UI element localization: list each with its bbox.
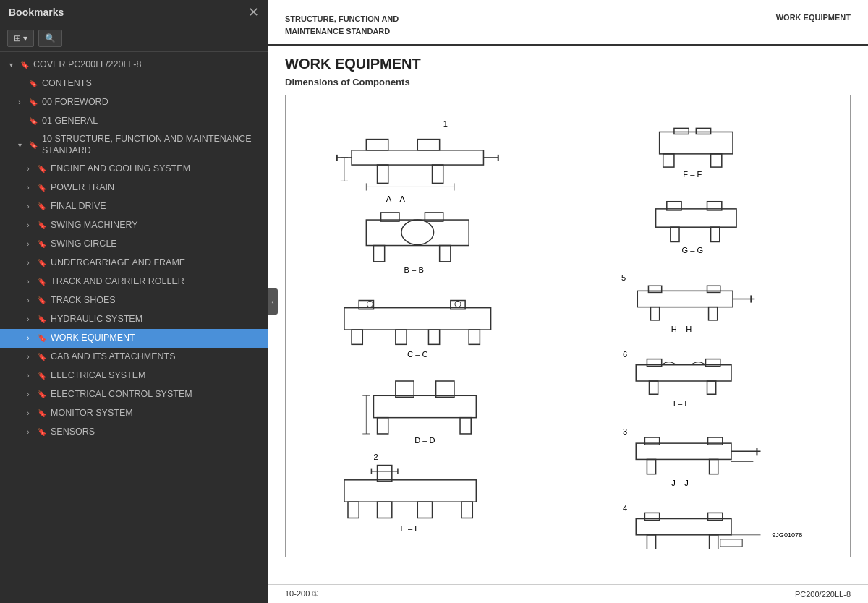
svg-rect-40 xyxy=(651,307,660,320)
svg-rect-5 xyxy=(433,165,443,183)
tree-item-swingcircle[interactable]: ›🔖SWING CIRCLE xyxy=(0,235,268,254)
chevron-icon: › xyxy=(23,353,33,361)
svg-rect-33 xyxy=(373,246,384,262)
bookmark-icon: 🔖 xyxy=(27,80,39,87)
svg-rect-97 xyxy=(710,535,718,549)
diagram-box: 1 xyxy=(285,95,851,557)
chevron-icon: › xyxy=(23,202,33,210)
bookmark-icon: 🔖 xyxy=(36,259,48,267)
chevron-icon: › xyxy=(23,184,33,192)
tree-item-label: UNDERCARRIAGE AND FRAME xyxy=(51,257,262,268)
svg-rect-66 xyxy=(460,418,471,434)
svg-rect-20 xyxy=(663,154,674,167)
tree-item-structure[interactable]: ▾🔖10 STRUCTURE, FUNCTION AND MAINTENANCE… xyxy=(0,130,268,160)
tree-item-hydraulic[interactable]: ›🔖HYDRAULIC SYSTEM xyxy=(0,310,268,329)
tree-item-label: MONITOR SYSTEM xyxy=(51,407,262,419)
bookmark-icon: 🔖 xyxy=(36,165,48,173)
tree-item-undercarriage[interactable]: ›🔖UNDERCARRIAGE AND FRAME xyxy=(0,254,268,273)
svg-rect-45 xyxy=(344,308,491,330)
tree-item-label: 01 GENERAL xyxy=(42,115,262,127)
collapse-panel-button[interactable]: ‹ xyxy=(268,288,278,315)
chevron-icon: › xyxy=(14,98,25,106)
bookmark-icon: 🔖 xyxy=(36,409,48,417)
tree-item-label: TRACK SHOES xyxy=(51,294,262,306)
bookmark-icon: 🔖 xyxy=(36,184,48,192)
tree-item-label: FINAL DRIVE xyxy=(51,200,262,212)
tree-item-eleccontrol[interactable]: ›🔖ELECTRICAL CONTROL SYSTEM xyxy=(0,385,268,404)
svg-text:4: 4 xyxy=(623,504,627,513)
svg-rect-19 xyxy=(696,128,710,134)
svg-rect-29 xyxy=(366,220,469,245)
svg-text:6: 6 xyxy=(623,350,627,359)
subsection-title: Dimensions of Components xyxy=(268,77,868,95)
svg-rect-37 xyxy=(637,291,733,307)
header-right: WORK EQUIPMENT xyxy=(776,13,851,22)
chevron-icon: › xyxy=(23,334,33,342)
header-line2: MAINTENANCE STANDARD xyxy=(285,25,399,38)
tree-item-label: POWER TRAIN xyxy=(51,181,262,193)
tree-item-label: ELECTRICAL SYSTEM xyxy=(51,369,262,381)
svg-rect-4 xyxy=(378,165,388,183)
svg-rect-59 xyxy=(649,381,658,394)
tree-item-label: WORK EQUIPMENT xyxy=(51,332,262,343)
tree-item-contents[interactable]: 🔖CONTENTS xyxy=(0,74,268,93)
tree-item-sensors[interactable]: ›🔖SENSORS xyxy=(0,423,268,442)
chevron-icon: › xyxy=(23,259,33,267)
search-button[interactable]: 🔍 xyxy=(38,30,62,47)
tree-item-swing[interactable]: ›🔖SWING MACHINERY xyxy=(0,216,268,235)
chevron-icon: › xyxy=(23,315,33,323)
tree-item-label: COVER PC200LL/220LL-8 xyxy=(33,59,262,70)
svg-rect-75 xyxy=(647,459,655,474)
close-bookmarks-button[interactable]: ✕ xyxy=(248,6,259,19)
tree-item-electrical[interactable]: ›🔖ELECTRICAL SYSTEM xyxy=(0,367,268,385)
bookmark-icon: 🔖 xyxy=(36,278,48,286)
svg-text:B – B: B – B xyxy=(404,265,424,274)
svg-rect-50 xyxy=(428,330,439,344)
bookmark-icon: 🔖 xyxy=(36,202,48,210)
svg-rect-98 xyxy=(720,539,742,547)
tree-item-engine[interactable]: ›🔖ENGINE AND COOLING SYSTEM xyxy=(0,160,268,179)
svg-text:1: 1 xyxy=(443,119,448,128)
svg-rect-87 xyxy=(461,502,472,518)
tree-item-monitor[interactable]: ›🔖MONITOR SYSTEM xyxy=(0,404,268,423)
svg-rect-48 xyxy=(352,330,362,344)
svg-rect-83 xyxy=(378,466,392,482)
svg-rect-63 xyxy=(396,381,414,397)
svg-text:E – E: E – E xyxy=(401,524,420,533)
svg-text:J – J: J – J xyxy=(671,479,689,487)
tree-item-label: TRACK AND CARRIER ROLLER xyxy=(51,275,262,287)
svg-rect-56 xyxy=(636,365,731,381)
bookmark-icon: 🔖 xyxy=(36,221,48,229)
header-left: STRUCTURE, FUNCTION AND MAINTENANCE STAN… xyxy=(285,13,399,37)
svg-rect-17 xyxy=(660,132,733,153)
tree-item-trackshoes[interactable]: ›🔖TRACK SHOES xyxy=(0,291,268,310)
footer-page: 10-200 ① xyxy=(285,589,319,599)
tree-item-general[interactable]: 🔖01 GENERAL xyxy=(0,111,268,130)
bookmark-icon: 🔖 xyxy=(36,334,48,342)
tree-item-label: HYDRAULIC SYSTEM xyxy=(51,313,262,325)
svg-rect-41 xyxy=(709,307,718,320)
svg-text:G – G: G – G xyxy=(681,246,703,255)
tree-item-cover[interactable]: ▾🔖COVER PC200LL/220LL-8 xyxy=(0,55,268,74)
footer-model: PC200/220LL-8 xyxy=(795,590,851,599)
bookmark-icon: 🔖 xyxy=(36,390,48,398)
svg-text:3: 3 xyxy=(623,427,627,436)
tree-item-foreword[interactable]: ›🔖00 FOREWORD xyxy=(0,93,268,111)
chevron-icon: › xyxy=(23,221,33,229)
tree-item-powertrain[interactable]: ›🔖POWER TRAIN xyxy=(0,179,268,197)
tree-item-cab[interactable]: ›🔖CAB AND ITS ATTACHMENTS xyxy=(0,348,268,367)
bookmark-icon: 🔖 xyxy=(36,372,48,380)
bookmarks-tree: ▾🔖COVER PC200LL/220LL-8🔖CONTENTS›🔖00 FOR… xyxy=(0,52,268,603)
bookmark-icon: 🔖 xyxy=(36,353,48,361)
svg-rect-26 xyxy=(671,227,679,241)
svg-rect-34 xyxy=(440,246,451,262)
tree-item-finaldrive[interactable]: ›🔖FINAL DRIVE xyxy=(0,197,268,216)
svg-rect-1 xyxy=(352,150,483,165)
dropdown-arrow-icon: ▾ xyxy=(23,33,27,43)
tree-item-trackroller[interactable]: ›🔖TRACK AND CARRIER ROLLER xyxy=(0,273,268,291)
view-options-button[interactable]: ⊞ ▾ xyxy=(7,30,34,47)
chevron-icon: › xyxy=(23,409,33,417)
document-footer: 10-200 ① PC200/220LL-8 xyxy=(268,584,868,603)
tree-item-workequip[interactable]: ›🔖WORK EQUIPMENT xyxy=(0,329,268,348)
toolbar: ⊞ ▾ 🔍 xyxy=(0,25,268,52)
